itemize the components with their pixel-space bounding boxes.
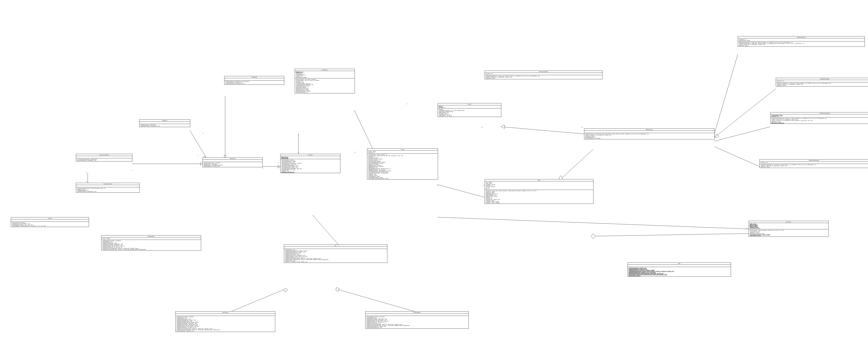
class-ops: +PartiePanel(frame : MainFrame, gj : Ges…: [224, 81, 284, 85]
class-ops: +Controleur(gui : boolean)+isEvaluationM…: [280, 159, 340, 173]
multiplicity-label: 1: [278, 162, 279, 164]
class-attrs: [628, 264, 731, 267]
svg-line-22: [593, 233, 749, 236]
class-op: getIndex(nom : String) : int: [771, 122, 868, 123]
class-ops: +GestionJeu(ihm : Ihm, names : ArrayList…: [295, 78, 354, 93]
multiplicity-label: 1: [278, 167, 278, 169]
class-title: EtablissementMauve: [771, 112, 868, 114]
class-title: IHMConsole: [176, 311, 275, 313]
class-ops: +IHMGraphique(controler : Controleur)+di…: [366, 316, 469, 329]
multiplicity-label: 1..*: [581, 127, 583, 128]
class-op: +arraySum(arr : int[]) : int: [628, 275, 730, 276]
svg-line-3: [190, 130, 206, 158]
class-attrs: [176, 313, 275, 316]
class-op: +getDst() : int, toErase : int, line : S…: [285, 261, 386, 262]
class-title: EtablissementRouge: [760, 160, 868, 162]
uml-class-EtablissementBleu2: EtablissementBleu-puissance : int+Etabli…: [776, 78, 868, 86]
class-ops: +Pioche()+PickEtablissement(id : int, j …: [438, 108, 501, 117]
svg-line-21: [714, 147, 760, 167]
class-op: +openPage(panel : JPanel) : void: [204, 166, 262, 167]
svg-marker-27: [336, 287, 339, 291]
svg-line-11: [354, 110, 373, 148]
class-attrs: BED_MON : int-nbJoueur : int-lastScoreRe…: [295, 71, 354, 78]
svg-marker-2: [200, 163, 203, 165]
class-ops: +Monument(nom : String, description : St…: [749, 229, 828, 236]
class-op: +printCartes(pioche : Pioche) : void: [176, 330, 274, 331]
class-op: +toString(color : int) : String: [438, 115, 500, 116]
class-ops: +JCanvas(dim : Dimension)+paintComponent…: [11, 222, 89, 227]
multiplicity-label: 1..*: [481, 127, 483, 128]
class-attr: -isEvaluation : boolean: [296, 77, 354, 78]
class-attrs: +NB : int-nbCartes : int: [438, 105, 501, 108]
class-op: +getColor() : String: [777, 85, 868, 86]
uml-class-GestionJeu: GestionJeuBED_MON : int-nbJoueur : int-l…: [295, 69, 355, 93]
svg-line-12: [438, 185, 485, 197]
uml-class-IHMConsole: IHMConsole+IHMConsole(controler : Contro…: [176, 311, 275, 332]
class-title: IHMGraphique: [366, 311, 469, 313]
class-op: +toStringNom() : String: [749, 235, 828, 236]
class-attr: -typePuissance : String: [739, 40, 864, 41]
class-attrs: [11, 219, 89, 222]
class-ops: +Joueur(prenom : String, monnaie : int)+…: [367, 154, 438, 179]
class-attrs: [203, 160, 262, 162]
class-attrs: -puissance : int-typePuissance : String: [738, 38, 865, 41]
class-op: +calcIndexCourant() : int: [296, 92, 354, 93]
class-attr: -puissance : int: [777, 80, 868, 81]
multiplicity-label: 1: [298, 152, 299, 153]
uml-class-MainFrame: MainFrame+MainFrame(controler : Controle…: [203, 158, 262, 167]
uml-class-Ihm: Ihm+displayMenu() : void+displayDemande(…: [284, 244, 388, 263]
class-title: Monument: [749, 221, 828, 223]
uml-class-EtablissementVert: EtablissementVert-puissance : int-typePu…: [738, 36, 865, 47]
class-title: Etablissement: [584, 129, 714, 131]
class-title: Ihm: [284, 245, 387, 247]
class-title: MainFrame: [203, 158, 262, 160]
class-ops: +IHMGraphique(controler : Controleur)+di…: [101, 240, 201, 250]
uml-class-IHMGraphique2: IHMGraphique+IHMGraphique(controler : Co…: [365, 311, 469, 329]
class-attrs: [284, 247, 387, 249]
svg-marker-18: [714, 134, 719, 138]
class-op: +getColor() : String: [761, 166, 867, 167]
class-op: +actionPerformed(e : ActionEvent) : void: [77, 160, 131, 161]
svg-line-26: [338, 289, 414, 311]
class-op: +canBuy(j : Joueur) : boolean: [486, 202, 593, 203]
class-ops: +Etablissement(nom : String, type : Stri…: [584, 133, 714, 139]
uml-class-Pioche: Pioche+NB : int-nbCartes : int+Pioche()+…: [438, 103, 501, 117]
class-ops: +EtablissementMauve(nom : String, type :…: [771, 117, 868, 123]
class-ops: +waitForSeconds(sec : double) : void+ran…: [628, 267, 731, 276]
uml-class-EtablissementMauve: EtablissementMauveCODE_MAUVE : String-pu…: [770, 112, 868, 124]
uml-class-MainMenu: MainMenu+MainMenu(frame : MainFrame)+act…: [139, 119, 190, 127]
class-attr: -monnaie : int: [368, 152, 437, 153]
uml-class-IHMGraphique: IHMGraphique-newstr : Integer+IHMGraphiq…: [101, 235, 201, 251]
multiplicity-label: 1: [298, 134, 299, 135]
svg-marker-23: [591, 234, 595, 239]
class-op: +actionPerformed(e : ActionEvent) : void: [140, 126, 189, 127]
uml-class-JCanvas: JCanvas+JCanvas(dim : Dimension)+paintCo…: [11, 217, 89, 227]
class-attr: -puissance : int: [761, 162, 867, 163]
multiplicity-label: 1..*: [354, 152, 356, 153]
multiplicity-label: 1..*: [746, 228, 748, 229]
multiplicity-label: 1: [407, 103, 408, 105]
class-title: Joueur: [367, 148, 438, 150]
uml-class-Utility: Utility+waitForSeconds(sec : double) : v…: [627, 262, 731, 277]
class-ops: +EtablissementRouge(nom : String, type :…: [760, 164, 868, 168]
class-attr: -newstr : Integer: [102, 238, 200, 239]
uml-class-ChoixJoueursLine: ChoixJoueursLine+ChoixJoueursLine(parent…: [76, 183, 140, 193]
svg-line-19: [714, 89, 776, 138]
class-title: ChoixJoueursMenu: [76, 154, 132, 156]
class-title: MainMenu: [140, 120, 190, 122]
class-attrs: [76, 185, 140, 187]
class-ops: +EtablissementBleu(nom : String, type : …: [776, 82, 868, 86]
class-ops: +ChoixJoueursMenu(frame : MainFrame)+act…: [76, 158, 132, 161]
multiplicity-label: 1: [354, 110, 355, 112]
multiplicity-label: 1: [203, 133, 203, 134]
class-title: JCanvas: [11, 217, 89, 219]
uml-class-Joueur: Joueur-prenom : String-monnaie : int+Jou…: [367, 148, 438, 179]
class-title: EtablissementBleu: [776, 78, 868, 80]
uml-class-Controleur: ControleurMAX_VAL : int+PATH : String+Co…: [280, 154, 340, 173]
class-attr: -nbCartes : int: [438, 107, 500, 108]
svg-line-15: [561, 149, 593, 179]
class-title: Controleur: [280, 154, 340, 156]
class-ops: +IHMConsole(controler : Controleur)+disp…: [176, 316, 275, 332]
svg-marker-14: [501, 125, 504, 129]
uml-class-Monument: MonumentGARE : StringCEN_CO : StringPAR_…: [749, 221, 829, 237]
